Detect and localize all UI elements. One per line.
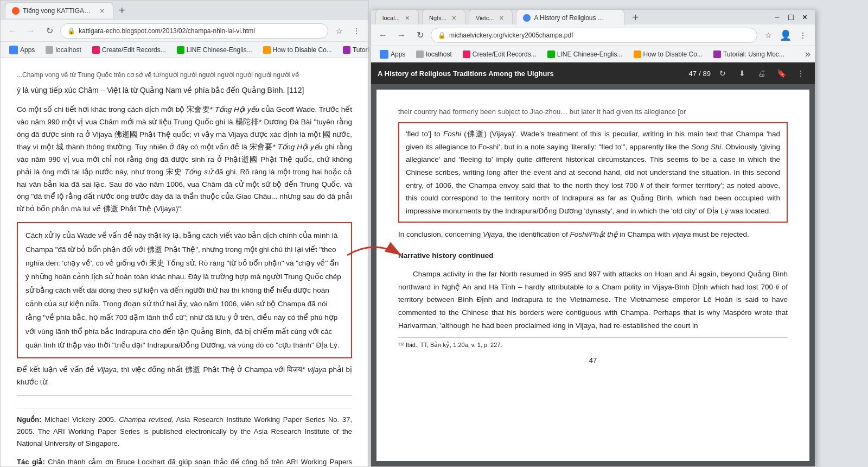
left-active-tab[interactable]: Tiếng vong KATTIGARA: Champ... × [5,2,113,18]
right-tab-viet-close[interactable]: × [497,14,506,22]
left-highlight-text: Cách xử lý của Wade về vấn đề này thật k… [25,231,341,349]
pdf-narrative-text: Champa activity in the far North resumed… [398,268,788,332]
pdf-footnote: ¹¹² Ibid.; TT, Bản kỷ, 1:20a, v. 1, p. 2… [398,337,788,350]
left-disable-favicon [263,46,271,54]
right-forward-btn[interactable]: → [394,28,409,43]
pdf-toolbar: A History of Religious Traditions Among … [371,62,815,84]
right-address-text: michaelvickery.org/vickery2005champa.pdf [449,31,750,39]
right-nav-bar: ← → ↻ 🔒 michaelvickery.org/vickery2005ch… [371,24,815,46]
right-localhost-favicon [416,51,424,58]
right-window-controls: − □ × [771,11,810,23]
right-tab-main-favicon [523,14,531,22]
left-address-bar[interactable]: 🔒 kattigara-echo.blogspot.com/2013/02/ch… [60,23,328,39]
pdf-content: their country had formerly been subject … [371,84,815,466]
left-tacgia: Tác giả: Chân thành cảm ơn Bruce Lockhar… [17,456,352,466]
right-line-favicon [547,51,555,58]
right-tab-nghi-title: Nghi... [429,15,446,21]
right-tab-nghi-close[interactable]: × [450,14,458,22]
pdf-bookmark-btn[interactable]: 🔖 [774,66,789,81]
left-create-favicon [92,46,100,54]
right-bookmark-tutorial[interactable]: Tutorial: Using Moc... [709,49,789,59]
left-blog-content: ...Champ vong về từ Trung Quốc trên cơ s… [1,58,368,466]
left-new-tab-btn[interactable]: + [114,4,130,17]
left-tab-title: Tiếng vong KATTIGARA: Champ... [23,7,94,15]
right-bookmark-apps[interactable]: Apps [375,49,410,60]
right-tab-main-close[interactable] [609,14,617,22]
left-more-icon[interactable]: ⋮ [349,23,364,39]
pdf-page-info: 47 / 89 [688,70,711,78]
left-tab-bar: Tiếng vong KATTIGARA: Champ... × + [1,1,368,20]
left-bookmark-line[interactable]: LINE Chinese-Englis... [173,45,257,55]
left-footer-divider [17,395,352,399]
right-tab-main-title: A History of Religious Traditions... [534,14,605,22]
right-new-tab-btn[interactable]: + [628,11,643,24]
left-para-intro: ...Champ vong về từ Trung Quốc trên cơ s… [17,69,352,81]
right-titlebar: local... × Nghi... × Vietc... × A Histor… [371,10,815,24]
left-apps-favicon [9,46,18,54]
right-back-btn[interactable]: ← [375,28,391,43]
left-lock-icon: 🔒 [67,27,75,35]
left-page-content: ...Champ vong về từ Trung Quốc trên cơ s… [1,58,368,466]
right-bookmark-disable[interactable]: How to Disable Co... [629,49,707,59]
right-lock-icon: 🔒 [438,31,446,39]
right-star-icon[interactable]: ☆ [761,28,776,43]
left-tab-favicon [12,7,20,15]
right-tab-nghi[interactable]: Nghi... × [422,9,465,26]
right-reload-btn[interactable]: ↻ [412,28,427,43]
left-back-btn[interactable]: ← [5,23,20,39]
left-browser: Tiếng vong KATTIGARA: Champ... × + ← → ↻… [0,0,369,467]
pdf-more-btn[interactable]: ⋮ [793,66,808,81]
left-tutorial-favicon [343,46,350,54]
left-star-icon[interactable]: ☆ [331,23,347,39]
pdf-page: their country had formerly been subject … [376,90,809,461]
pdf-bottom-page-num: 47 [398,355,788,367]
left-tab-close[interactable]: × [98,7,106,15]
right-apps-favicon [380,50,388,59]
pdf-footnote-text: ¹¹² Ibid.; TT, Bản kỷ, 1:20a, v. 1, p. 2… [398,342,502,348]
right-bookmark-create[interactable]: Create/Edit Records... [458,49,541,59]
right-tab-local-close[interactable]: × [403,14,412,22]
left-nav-icons: ☆ ⋮ [331,23,364,39]
left-highlight-box: Cách xử lý của Wade về vấn đề này thật k… [17,222,352,358]
right-tab-main[interactable]: A History of Religious Traditions... [516,9,624,26]
right-create-favicon [463,51,470,58]
left-reload-btn[interactable]: ↻ [42,23,57,39]
left-forward-btn[interactable]: → [23,23,39,39]
pdf-print-btn[interactable]: 🖨 [754,66,769,81]
pdf-page-total: 89 [703,70,711,78]
pdf-text-before: their country had formerly been subject … [398,106,788,118]
pdf-refresh-btn[interactable]: ↻ [715,66,730,81]
left-bookmark-apps[interactable]: Apps [5,45,39,55]
pdf-download-btn[interactable]: ⬇ [735,66,750,81]
pdf-section-heading: Narrative history continued [398,250,788,262]
right-minimize-btn[interactable]: − [771,11,783,23]
left-line-favicon [177,46,184,54]
right-tab-viet[interactable]: Vietc... × [469,9,513,26]
left-bookmark-disable[interactable]: How to Disable Co... [259,45,336,55]
right-tutorial-favicon [713,51,721,58]
pdf-highlight-rect: 'fled to'] to Foshi (佛逝) (Vijaya)'. Wade… [398,122,788,223]
left-para-main1: ý là vùng tiếp xúc Chăm – Việt là từ Quả… [17,84,352,97]
right-bookmark-localhost[interactable]: localhost [412,49,456,59]
left-bookmark-create[interactable]: Create/Edit Records... [88,45,170,55]
right-bookmarks-bar: Apps localhost Create/Edit Records... LI… [371,46,815,62]
right-tab-local[interactable]: local... × [375,9,419,26]
right-bookmark-line[interactable]: LINE Chinese-Englis... [543,49,627,59]
pdf-highlight-text: 'fled to'] to Foshi (佛逝) (Vijaya)'. Wade… [406,128,780,217]
right-bookmarks-more[interactable]: » [805,48,810,60]
pdf-title: A History of Religious Traditions Among … [378,70,684,78]
left-para-main2: Có một số chi tiết hơi khác trong cách d… [17,104,352,216]
left-bookmark-localhost[interactable]: localhost [41,45,85,55]
right-more-icon[interactable]: ⋮ [795,28,810,43]
right-browser: local... × Nghi... × Vietc... × A Histor… [371,10,815,467]
pdf-controls: 47 / 89 ↻ ⬇ 🖨 🔖 ⋮ [688,66,808,81]
right-address-bar[interactable]: 🔒 michaelvickery.org/vickery2005champa.p… [431,28,757,43]
pdf-page-sep: / [699,70,701,78]
right-disable-favicon [634,51,641,58]
right-tab-local-title: local... [382,15,400,21]
right-avatar-icon[interactable]: 👤 [778,28,793,43]
left-blog-footer: Nguồn: Michael Vickery 2005. Champa revi… [17,408,352,466]
right-close-btn[interactable]: × [799,11,810,23]
left-bookmark-tutorial[interactable]: Tutorial: Usin [339,45,368,55]
right-maximize-btn[interactable]: □ [785,11,797,23]
